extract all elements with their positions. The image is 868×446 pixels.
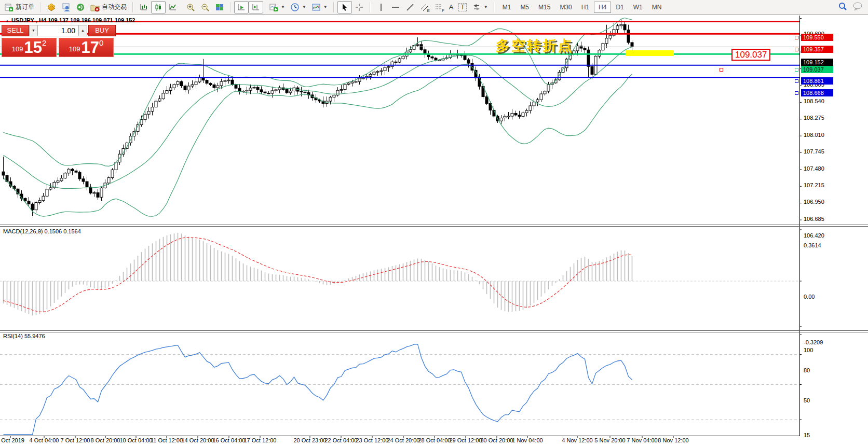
candle-up [522,113,524,117]
trendline-tool-button[interactable] [403,1,417,13]
alerts-button[interactable] [73,1,88,13]
chat-icon[interactable] [852,2,863,12]
axis-tick-label: 108.010 [804,132,824,138]
candle-up [609,35,612,38]
axis-tick-label: -0.3209 [804,339,823,345]
level-line-marker[interactable] [795,91,798,95]
sell-price-display[interactable]: 109 15 2 [2,38,57,57]
candle-up [544,91,546,94]
hline-tool-button[interactable] [388,1,403,13]
line-chart-button[interactable] [166,1,180,13]
clock-icon [290,3,300,12]
buy-price-display[interactable]: 109 17 0 [59,38,114,57]
price-label-anchor-marker[interactable] [720,68,723,72]
time-axis-label: 8 Nov 12:00 [658,437,688,443]
candle-down [286,89,288,92]
new-order-label: 新订单 [16,3,34,11]
timeframe-d1[interactable]: D1 [611,2,628,13]
candle-up [151,107,154,112]
volume-input[interactable]: 1.00 [37,25,79,36]
auto-scroll-button[interactable] [234,1,249,13]
candle-up [100,188,103,197]
candle-up [344,85,346,90]
price-tag-109.037: 109.037 [801,66,833,73]
time-axis-label: 4 Oct 04:00 [30,437,59,443]
candle-down [623,24,626,30]
vline-tool-button[interactable] [374,1,388,13]
candle-up [155,101,157,107]
level-line-marker[interactable] [795,36,798,39]
chart-canvas[interactable] [0,16,868,446]
new-order-button[interactable]: 新订单 [2,1,37,13]
candle-up [525,110,528,113]
zoom-in-button[interactable] [183,1,198,13]
level-line-marker[interactable] [795,48,798,51]
community-button[interactable] [59,1,73,13]
candle-up [93,193,96,194]
price-label-box[interactable]: 109.037 [731,49,770,61]
chart-annotation-text[interactable]: 多空转折点 [496,36,574,55]
shapes-tool-button[interactable]: ▼ [469,1,491,13]
timeframe-mn[interactable]: MN [647,2,667,13]
timeframe-w1[interactable]: W1 [629,2,647,13]
autotrading-button[interactable]: 自动交易 [88,1,129,13]
candle-down [71,169,74,171]
timeframe-m1[interactable]: M1 [498,2,516,13]
indicators-icon [269,3,278,12]
bar-chart-button[interactable] [137,1,151,13]
timeframe-m5[interactable]: M5 [516,2,534,13]
candle-up [358,78,361,81]
candle-down [2,172,5,175]
layouts-button[interactable] [44,1,59,13]
fibonacci-tool-button[interactable]: F [432,1,446,13]
chevron-down-icon: ▼ [484,5,488,9]
highlight-rectangle[interactable] [626,50,674,56]
indicators-button[interactable]: ▼ [266,1,288,13]
candle-down [514,113,517,115]
cursor-tool-button[interactable] [337,1,352,13]
time-axis-label: 14 Oct 20:00 [182,437,214,443]
timeframe-m15[interactable]: M15 [534,2,555,13]
buy-button[interactable]: BUY [88,25,116,36]
candle-up [216,86,219,88]
candle-down [267,93,270,94]
search-icon[interactable] [838,2,847,12]
templates-button[interactable]: ▼ [309,1,330,13]
level-line-marker[interactable] [795,79,798,83]
timeframe-h4[interactable]: H4 [594,2,611,13]
candlestick-chart-button[interactable] [151,1,166,13]
periods-button[interactable]: ▼ [288,1,309,13]
candle-down [82,179,85,182]
sell-button[interactable]: SELL [2,25,29,36]
time-axis-label: 10 Oct 04:00 [120,437,153,443]
candle-down [580,46,582,49]
tile-windows-button[interactable] [212,1,227,13]
timeframe-m30[interactable]: M30 [555,2,576,13]
time-axis-label: 8 Oct 20:00 [91,437,120,443]
time-axis-label: 20 Oct 23:00 [294,437,327,443]
shapes-icon [472,3,481,12]
candle-up [107,178,110,183]
timeframe-h1[interactable]: H1 [577,2,594,13]
level-line-marker[interactable] [795,68,798,72]
sell-price-big: 15 [24,39,42,55]
crosshair-tool-button[interactable] [352,1,367,13]
text-tool-button[interactable]: A [446,2,456,12]
chart-shift-button[interactable] [249,1,263,13]
candle-up [173,85,175,88]
volume-decrease-button[interactable]: ▼ [29,25,37,36]
crosshair-icon [355,3,364,12]
candle-down [31,204,34,210]
label-tool-button[interactable]: T [456,2,469,13]
one-click-toggle-icon[interactable]: ▲ [5,19,9,23]
candle-down [300,91,303,92]
channel-tool-button[interactable]: E [417,1,432,13]
volume-increase-button[interactable]: ▲ [79,25,87,36]
zoom-out-button[interactable] [198,1,212,13]
candle-up [380,71,383,72]
candle-up [529,106,532,110]
candle-up [195,82,197,85]
candle-up [438,60,441,61]
time-axis-label: 7 Oct 12:00 [61,437,90,443]
candle-up [369,74,372,76]
